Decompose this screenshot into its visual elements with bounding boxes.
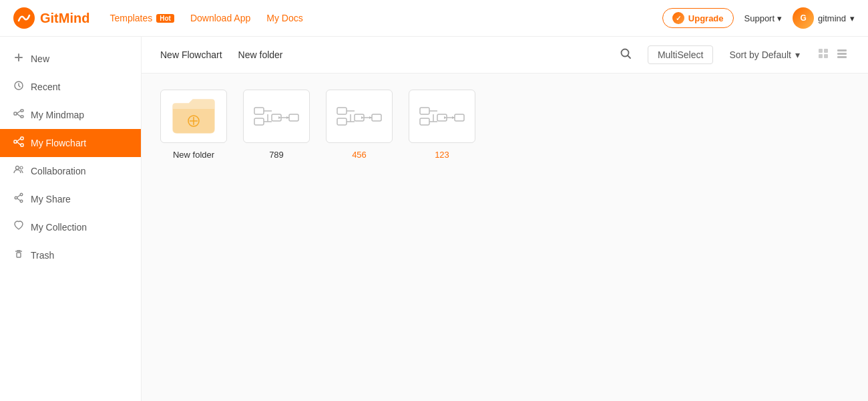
svg-point-18	[15, 196, 17, 199]
svg-rect-11	[21, 144, 23, 146]
list-item[interactable]: 789	[243, 90, 310, 160]
svg-rect-4	[14, 112, 17, 115]
svg-point-15	[20, 166, 23, 169]
upgrade-icon: ✓	[672, 12, 684, 24]
sidebar-item-my-share[interactable]: My Share	[0, 185, 141, 213]
svg-rect-9	[14, 140, 17, 143]
avatar: G	[793, 7, 814, 29]
svg-line-19	[17, 195, 20, 197]
svg-line-7	[17, 111, 21, 114]
svg-line-8	[17, 114, 21, 117]
svg-rect-41	[289, 114, 298, 121]
svg-rect-61	[455, 114, 464, 121]
sidebar: New Recent My Mindmap My Flowchart Colla	[0, 37, 142, 401]
list-item[interactable]: New folder	[160, 90, 227, 160]
svg-rect-27	[824, 54, 828, 58]
svg-point-16	[20, 193, 23, 196]
support-button[interactable]: Support ▾	[744, 13, 783, 23]
grid-view-button[interactable]	[816, 46, 831, 64]
clock-icon	[13, 80, 24, 94]
nav-templates[interactable]: Templates Hot	[110, 13, 174, 23]
logo-text: GitMind	[40, 11, 89, 26]
svg-line-23	[628, 55, 630, 58]
mindmap-icon	[13, 108, 24, 122]
hot-badge: Hot	[156, 14, 174, 23]
svg-line-20	[17, 198, 20, 200]
layout: New Recent My Mindmap My Flowchart Colla	[0, 37, 868, 401]
user-menu[interactable]: G gitmind ▾	[793, 7, 855, 29]
file-name: 456	[352, 150, 367, 160]
view-toggle	[816, 46, 849, 64]
new-flowchart-button[interactable]: New Flowchart	[160, 47, 222, 63]
multiselect-button[interactable]: MultiSelect	[648, 45, 713, 64]
toolbar: New Flowchart New folder MultiSelect Sor…	[142, 37, 868, 74]
svg-line-12	[17, 138, 21, 142]
file-grid: New folder	[160, 90, 849, 160]
svg-rect-34	[254, 108, 264, 114]
svg-rect-25	[824, 49, 828, 53]
svg-point-17	[20, 200, 23, 203]
svg-rect-28	[837, 49, 847, 51]
sidebar-item-my-flowchart[interactable]: My Flowchart	[0, 129, 141, 157]
sidebar-item-new[interactable]: New	[0, 45, 141, 73]
logo-icon	[13, 7, 35, 29]
flowchart-diagram-icon	[253, 98, 300, 135]
nav-download-app[interactable]: Download App	[190, 13, 250, 23]
search-icon[interactable]	[620, 47, 632, 63]
sidebar-item-my-collection[interactable]: My Collection	[0, 213, 141, 241]
content-area: New folder	[142, 74, 868, 401]
svg-rect-55	[420, 118, 429, 125]
svg-rect-6	[21, 116, 23, 118]
list-item[interactable]: 456	[326, 90, 393, 160]
heart-icon	[13, 221, 24, 234]
header-right: ✓ Upgrade Support ▾ G gitmind ▾	[662, 7, 855, 29]
share-icon	[13, 192, 24, 206]
sidebar-item-my-mindmap[interactable]: My Mindmap	[0, 101, 141, 129]
svg-rect-35	[254, 118, 264, 125]
flowchart-diagram-icon	[419, 98, 465, 135]
svg-line-13	[17, 142, 21, 145]
list-view-button[interactable]	[835, 46, 849, 64]
nav-links: Templates Hot Download App My Docs	[110, 13, 662, 23]
svg-rect-30	[837, 56, 847, 58]
svg-rect-2	[15, 57, 23, 58]
folder-thumbnail	[160, 90, 227, 143]
svg-rect-26	[819, 54, 823, 58]
svg-rect-45	[337, 118, 347, 125]
svg-rect-44	[337, 108, 347, 114]
user-chevron-icon: ▾	[850, 13, 855, 23]
sort-button[interactable]: Sort by Default ▾	[729, 49, 800, 60]
list-item[interactable]: 123	[409, 90, 475, 160]
sort-chevron-icon: ▾	[795, 49, 800, 60]
people-icon	[13, 164, 24, 178]
folder-icon	[170, 97, 217, 136]
main-content: New Flowchart New folder MultiSelect Sor…	[142, 37, 868, 401]
file-name: New folder	[173, 150, 214, 160]
sidebar-item-collaboration[interactable]: Collaboration	[0, 157, 141, 185]
logo[interactable]: GitMind	[13, 7, 89, 29]
sidebar-item-recent[interactable]: Recent	[0, 73, 141, 101]
upgrade-button[interactable]: ✓ Upgrade	[662, 8, 734, 28]
svg-point-14	[16, 166, 19, 170]
svg-rect-5	[21, 110, 23, 112]
flowchart-diagram-icon	[336, 98, 383, 135]
flowchart-thumbnail-123	[409, 90, 475, 143]
svg-rect-29	[837, 53, 847, 55]
file-name: 123	[435, 150, 449, 160]
svg-rect-51	[372, 114, 381, 121]
file-name: 789	[269, 150, 284, 160]
svg-rect-10	[21, 137, 23, 140]
nav-my-docs[interactable]: My Docs	[266, 13, 302, 23]
svg-rect-54	[420, 108, 429, 114]
flowchart-thumbnail-789	[243, 90, 310, 143]
plus-icon	[13, 52, 24, 65]
sidebar-item-trash[interactable]: Trash	[0, 241, 141, 269]
chevron-down-icon: ▾	[777, 13, 782, 23]
flowchart-sidebar-icon	[13, 136, 24, 150]
svg-rect-21	[17, 253, 21, 257]
svg-rect-24	[819, 49, 823, 53]
new-folder-button[interactable]: New folder	[238, 47, 283, 63]
flowchart-thumbnail-456	[326, 90, 393, 143]
header: GitMind Templates Hot Download App My Do…	[0, 0, 868, 37]
trash-icon	[13, 249, 24, 262]
